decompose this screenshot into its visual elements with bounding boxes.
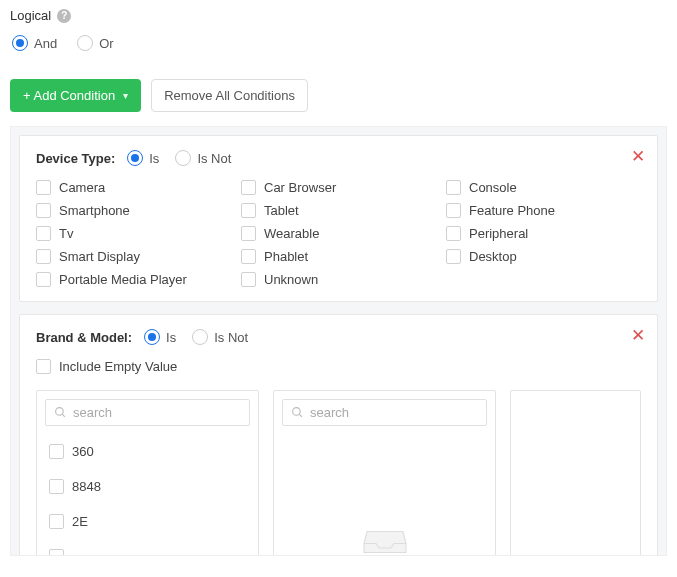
- device-opt-tv[interactable]: Tv: [36, 226, 231, 241]
- device-opt-label: Desktop: [469, 249, 517, 264]
- brand-model-is-radio[interactable]: Is: [144, 329, 176, 345]
- device-type-is-radio[interactable]: Is: [127, 150, 159, 166]
- conditions-scroll-area[interactable]: ✕ Device Type: Is Is Not Camera Car Brow…: [10, 126, 667, 556]
- remove-all-conditions-button[interactable]: Remove All Conditions: [151, 79, 308, 112]
- device-type-title: Device Type:: [36, 151, 115, 166]
- logical-or-radio[interactable]: Or: [77, 35, 113, 51]
- brand-model-isnot-radio[interactable]: Is Not: [192, 329, 248, 345]
- brand-model-title: Brand & Model:: [36, 330, 132, 345]
- device-opt-feature-phone[interactable]: Feature Phone: [446, 203, 641, 218]
- brand-item-label: 2E: [72, 514, 88, 529]
- list-item[interactable]: 360: [45, 434, 246, 469]
- device-opt-phablet[interactable]: Phablet: [241, 249, 436, 264]
- include-empty-checkbox[interactable]: [36, 359, 51, 374]
- search-icon: [291, 406, 304, 419]
- brand-panel: 360 8848 2E: [36, 390, 259, 556]
- help-icon[interactable]: ?: [57, 9, 71, 23]
- is-label: Is: [166, 330, 176, 345]
- svg-point-2: [293, 408, 301, 416]
- device-opt-peripheral[interactable]: Peripheral: [446, 226, 641, 241]
- svg-point-0: [56, 408, 64, 416]
- brand-item-label: 360: [72, 444, 94, 459]
- add-condition-label: + Add Condition: [23, 88, 115, 103]
- inbox-icon: [361, 516, 409, 556]
- device-opt-label: Tablet: [264, 203, 299, 218]
- logical-and-radio[interactable]: And: [12, 35, 57, 51]
- device-opt-label: Peripheral: [469, 226, 528, 241]
- device-opt-smart-display[interactable]: Smart Display: [36, 249, 231, 264]
- include-empty-label: Include Empty Value: [59, 359, 177, 374]
- remove-all-conditions-label: Remove All Conditions: [164, 88, 295, 103]
- list-item[interactable]: 2E: [45, 504, 246, 539]
- device-opt-label: Car Browser: [264, 180, 336, 195]
- logical-section-label: Logical: [10, 8, 51, 23]
- brand-list[interactable]: 360 8848 2E: [45, 434, 250, 556]
- device-opt-pmp[interactable]: Portable Media Player: [36, 272, 231, 287]
- device-opt-desktop[interactable]: Desktop: [446, 249, 641, 264]
- device-type-isnot-radio[interactable]: Is Not: [175, 150, 231, 166]
- device-opt-smartphone[interactable]: Smartphone: [36, 203, 231, 218]
- device-opt-camera[interactable]: Camera: [36, 180, 231, 195]
- device-opt-label: Wearable: [264, 226, 319, 241]
- device-type-card: ✕ Device Type: Is Is Not Camera Car Brow…: [19, 135, 658, 302]
- logical-radio-group: And Or: [10, 35, 667, 51]
- device-opt-label: Portable Media Player: [59, 272, 187, 287]
- device-opt-label: Smartphone: [59, 203, 130, 218]
- logical-or-label: Or: [99, 36, 113, 51]
- device-opt-console[interactable]: Console: [446, 180, 641, 195]
- device-opt-tablet[interactable]: Tablet: [241, 203, 436, 218]
- add-condition-button[interactable]: + Add Condition ▾: [10, 79, 141, 112]
- logical-and-label: And: [34, 36, 57, 51]
- model-search[interactable]: [282, 399, 487, 426]
- chevron-down-icon: ▾: [123, 90, 128, 101]
- search-icon: [54, 406, 67, 419]
- brand-item-label: 8848: [72, 479, 101, 494]
- brand-model-card: ✕ Brand & Model: Is Is Not Include Empty…: [19, 314, 658, 556]
- brand-search-input[interactable]: [73, 405, 241, 420]
- device-opt-label: Tv: [59, 226, 73, 241]
- close-icon[interactable]: ✕: [631, 146, 645, 167]
- device-opt-label: Feature Phone: [469, 203, 555, 218]
- model-panel: No Data: [273, 390, 496, 556]
- selection-panel: [510, 390, 641, 556]
- device-opt-wearable[interactable]: Wearable: [241, 226, 436, 241]
- model-search-input[interactable]: [310, 405, 478, 420]
- list-item[interactable]: [45, 539, 246, 556]
- svg-line-1: [62, 414, 65, 417]
- device-opt-car-browser[interactable]: Car Browser: [241, 180, 436, 195]
- brand-search[interactable]: [45, 399, 250, 426]
- device-opt-unknown[interactable]: Unknown: [241, 272, 436, 287]
- device-opt-label: Smart Display: [59, 249, 140, 264]
- device-opt-label: Console: [469, 180, 517, 195]
- device-opt-label: Unknown: [264, 272, 318, 287]
- device-opt-label: Phablet: [264, 249, 308, 264]
- list-item[interactable]: 8848: [45, 469, 246, 504]
- svg-line-3: [299, 414, 302, 417]
- is-label: Is: [149, 151, 159, 166]
- device-opt-label: Camera: [59, 180, 105, 195]
- isnot-label: Is Not: [214, 330, 248, 345]
- isnot-label: Is Not: [197, 151, 231, 166]
- close-icon[interactable]: ✕: [631, 325, 645, 346]
